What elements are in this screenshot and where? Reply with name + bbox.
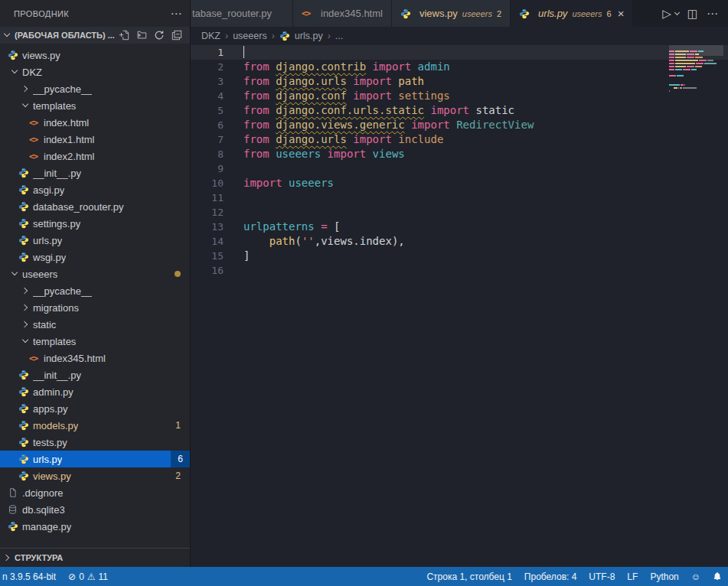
python-file-icon [18, 218, 33, 229]
chevron-down-icon[interactable] [8, 272, 22, 275]
collapse-all-icon[interactable] [171, 30, 182, 41]
tab-description: useeers [572, 9, 602, 18]
tree-item-index1.html[interactable]: <>index1.html [0, 131, 190, 148]
code-line-4[interactable]: 4from django.conf import settings [191, 89, 728, 103]
tab-label: views.py [419, 8, 458, 19]
tree-item-index345.html[interactable]: <>index345.html [0, 350, 190, 366]
code-line-10[interactable]: 10import useeers [191, 176, 728, 190]
tree-item-views.py[interactable]: views.py [0, 47, 190, 63]
tree-item-database_roouter.py[interactable]: database_roouter.py [0, 198, 190, 215]
indentation-status[interactable]: Пробелов: 4 [518, 567, 583, 586]
tree-item-admin.py[interactable]: admin.py [0, 383, 190, 400]
tree-item-urls.py[interactable]: urls.py6 [0, 451, 190, 467]
code-line-16[interactable]: 16 [191, 263, 728, 278]
tree-item-label: templates [33, 336, 76, 347]
language-mode-status[interactable]: Python [644, 567, 684, 586]
new-file-icon[interactable] [119, 30, 129, 41]
tree-item-__init__.py[interactable]: __init__.py [0, 366, 190, 383]
minimap[interactable] [669, 45, 723, 567]
explorer-toolbar [119, 30, 190, 41]
tree-item-db.sqlite3[interactable]: db.sqlite3 [0, 501, 190, 518]
tree-item-static[interactable]: static [0, 316, 190, 333]
line-number: 16 [191, 263, 243, 278]
tree-item-label: views.py [22, 50, 60, 61]
tree-item-migrations[interactable]: migrations [0, 299, 190, 316]
eol-status[interactable]: LF [621, 567, 644, 586]
code-line-7[interactable]: 7from django.urls import include [191, 132, 728, 147]
tree-item-__pycache__[interactable]: __pycache__ [0, 282, 190, 299]
tree-item-templates[interactable]: templates [0, 333, 190, 350]
breadcrumb-item-DKZ[interactable]: DKZ [201, 31, 220, 41]
code-line-5[interactable]: 5from django.conf.urls.static import sta… [191, 103, 728, 118]
workspace-section-header[interactable]: (РАБОЧАЯ ОБЛАСТЬ) ... [0, 27, 190, 44]
code-line-15[interactable]: 15] [191, 249, 728, 263]
notifications-bell-icon[interactable] [707, 567, 728, 586]
tree-item-wsgi.py[interactable]: wsgi.py [0, 249, 190, 265]
tab-tabase_roouter.py[interactable]: tabase_roouter.py [191, 0, 293, 27]
editor-more-actions-icon[interactable]: ⋯ [707, 8, 718, 19]
split-editor-button[interactable]: ◫ [687, 8, 698, 19]
tree-item-index.html[interactable]: <>index.html [0, 114, 190, 131]
chevron-down-icon[interactable] [18, 104, 33, 106]
chevron-right-icon[interactable] [18, 86, 33, 91]
tab-label: urls.py [538, 8, 567, 19]
tree-item-label: models.py [33, 420, 78, 431]
chevron-down-icon[interactable] [18, 340, 33, 342]
file-file-icon [8, 487, 22, 498]
tree-item-__pycache__[interactable]: __pycache__ [0, 80, 190, 97]
tree-item-__init__.py[interactable]: __init__.py [0, 164, 190, 181]
code-line-14[interactable]: 14 path('',views.index), [191, 234, 728, 249]
feedback-icon[interactable]: ☺ [685, 567, 707, 586]
new-folder-icon[interactable] [136, 30, 147, 41]
tree-item-index2.html[interactable]: <>index2.html [0, 148, 190, 164]
chevron-down-icon[interactable] [8, 70, 22, 73]
tree-item-.dcignore[interactable]: .dcignore [0, 484, 190, 501]
code-line-11[interactable]: 11 [191, 190, 728, 205]
chevron-right-icon[interactable] [18, 322, 33, 327]
minimap-slider[interactable] [669, 45, 723, 56]
tab-urls.py[interactable]: urls.pyuseeers6× [511, 0, 633, 27]
tree-item-urls.py[interactable]: urls.py [0, 232, 190, 249]
breadcrumb-item-useeers[interactable]: useeers [233, 31, 266, 41]
code-line-12[interactable]: 12 [191, 205, 728, 220]
tab-views.py[interactable]: views.pyuseeers2 [392, 0, 511, 27]
tree-item-models.py[interactable]: models.py1 [0, 417, 190, 434]
code-editor[interactable]: 12from django.contrib import admin3from … [191, 45, 728, 278]
encoding-status[interactable]: UTF-8 [583, 567, 621, 586]
tree-item-tests.py[interactable]: tests.py [0, 434, 190, 451]
code-line-9[interactable]: 9 [191, 161, 728, 176]
tree-item-manage.py[interactable]: manage.py [0, 518, 190, 535]
cursor-position-status[interactable]: Строка 1, столбец 1 [420, 567, 517, 586]
tree-item-views.py[interactable]: views.py2 [0, 467, 190, 484]
status-bar: n 3.9.5 64-bit ⊘ 0 ⚠ 11 Строка 1, столбе… [0, 567, 728, 586]
python-interpreter-status[interactable]: n 3.9.5 64-bit [0, 567, 62, 586]
explorer-more-actions-icon[interactable]: ⋯ [171, 7, 182, 21]
refresh-icon[interactable] [154, 30, 165, 41]
tree-item-DKZ[interactable]: DKZ [0, 63, 190, 80]
python-file-icon [18, 386, 33, 397]
run-button[interactable]: ▷ [662, 8, 671, 19]
outline-section-header[interactable]: СТРУКТУРА [0, 548, 190, 567]
run-dropdown-icon[interactable] [675, 12, 679, 15]
tree-item-apps.py[interactable]: apps.py [0, 400, 190, 417]
tree-item-settings.py[interactable]: settings.py [0, 215, 190, 232]
breadcrumb-item-...[interactable]: ... [335, 31, 343, 41]
close-icon[interactable]: × [618, 7, 625, 20]
code-line-3[interactable]: 3from django.urls import path [191, 74, 728, 89]
tree-item-label: __pycache__ [33, 83, 92, 95]
problems-status[interactable]: ⊘ 0 ⚠ 11 [62, 567, 114, 586]
chevron-right-icon[interactable] [18, 288, 33, 293]
code-line-2[interactable]: 2from django.contrib import admin [191, 60, 728, 74]
explorer-title: ПРОВОДНИК [14, 9, 69, 18]
code-line-13[interactable]: 13urlpatterns = [ [191, 220, 728, 234]
code-line-6[interactable]: 6from django.views.generic import Redire… [191, 118, 728, 132]
chevron-right-icon[interactable] [18, 305, 33, 310]
breadcrumb-item-urls.py[interactable]: urls.py [279, 31, 323, 41]
tree-item-templates[interactable]: templates [0, 97, 190, 114]
breadcrumb: DKZ›useeers›urls.py›... [191, 27, 728, 45]
code-line-1[interactable]: 1 [191, 45, 728, 60]
tree-item-asgi.py[interactable]: asgi.py [0, 181, 190, 198]
tab-index345.html[interactable]: <>index345.html [293, 0, 392, 27]
tree-item-useeers[interactable]: useeers [0, 265, 190, 282]
code-line-8[interactable]: 8from useeers import views [191, 147, 728, 161]
